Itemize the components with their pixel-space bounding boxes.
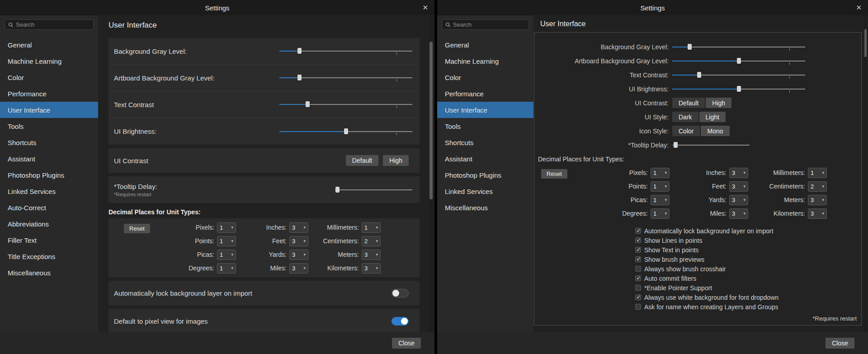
unit-dropdown[interactable]: 3 ▾ xyxy=(362,263,381,274)
unit-dropdown[interactable]: 3 ▾ xyxy=(289,263,308,274)
unit-dropdown[interactable]: 1 ▾ xyxy=(651,208,670,219)
titlebar[interactable]: Settings ✕ xyxy=(0,0,434,15)
slider-thumb[interactable] xyxy=(297,48,302,54)
light-button[interactable]: Light xyxy=(699,112,726,122)
checkbox[interactable] xyxy=(635,304,641,310)
unit-dropdown[interactable]: 3 ▾ xyxy=(729,168,748,178)
sidebar-item[interactable]: Performance xyxy=(0,85,98,102)
sidebar-item[interactable]: Filler Text xyxy=(0,232,98,248)
reset-button[interactable]: Reset xyxy=(541,169,567,179)
unit-dropdown[interactable]: 1 ▾ xyxy=(362,222,381,233)
slider-thumb[interactable] xyxy=(306,101,310,107)
slider[interactable] xyxy=(279,73,412,82)
checkbox[interactable] xyxy=(635,266,641,272)
sidebar-item[interactable]: Title Exceptions xyxy=(0,248,98,264)
scrollbar-thumb[interactable] xyxy=(429,42,433,199)
slider[interactable] xyxy=(279,127,412,136)
sidebar-item[interactable]: Tools xyxy=(437,118,533,134)
sidebar-item[interactable]: Abbreviations xyxy=(0,216,98,232)
slider-thumb[interactable] xyxy=(335,187,340,193)
slider-thumb[interactable] xyxy=(674,142,678,148)
slider-thumb[interactable] xyxy=(737,86,741,92)
checkbox[interactable] xyxy=(635,285,641,291)
unit-dropdown[interactable]: 1 ▾ xyxy=(651,181,670,192)
unit-dropdown[interactable]: 1 ▾ xyxy=(217,236,236,246)
close-button[interactable]: Close xyxy=(826,338,854,349)
toggle-switch[interactable] xyxy=(392,289,409,297)
mono-button[interactable]: Mono xyxy=(701,126,729,136)
slider-thumb[interactable] xyxy=(344,128,348,134)
unit-dropdown[interactable]: 3 ▾ xyxy=(289,236,308,246)
slider[interactable] xyxy=(672,57,805,66)
sidebar-item[interactable]: Color xyxy=(437,69,533,85)
slider[interactable] xyxy=(672,71,805,80)
unit-dropdown[interactable]: 1 ▾ xyxy=(808,168,827,178)
reset-button[interactable]: Reset xyxy=(124,224,150,233)
sidebar-item[interactable]: General xyxy=(437,37,533,53)
scrollbar[interactable] xyxy=(429,15,433,354)
slider[interactable] xyxy=(279,47,412,56)
sidebar-item[interactable]: Linked Services xyxy=(437,183,533,199)
checkbox[interactable] xyxy=(635,237,641,243)
unit-dropdown[interactable]: 1 ▾ xyxy=(217,222,236,233)
toggle-switch[interactable] xyxy=(392,317,409,326)
unit-dropdown[interactable]: 1 ▾ xyxy=(651,168,670,178)
unit-dropdown[interactable]: 2 ▾ xyxy=(808,181,827,192)
search-field[interactable] xyxy=(16,21,90,28)
checkbox[interactable] xyxy=(635,256,641,262)
unit-dropdown[interactable]: 3 ▾ xyxy=(729,208,748,219)
unit-dropdown[interactable]: 3 ▾ xyxy=(808,208,827,219)
checkbox[interactable] xyxy=(635,247,641,253)
sidebar-item[interactable]: Auto-Correct xyxy=(0,199,98,216)
unit-dropdown[interactable]: 3 ▾ xyxy=(808,195,827,205)
sidebar-item[interactable]: Shortcuts xyxy=(0,134,98,151)
slider-thumb[interactable] xyxy=(737,58,741,64)
slider[interactable] xyxy=(672,85,805,94)
sidebar-item[interactable]: Miscellaneous xyxy=(437,199,533,216)
tooltip-delay-slider[interactable] xyxy=(335,185,412,194)
close-button[interactable]: Close xyxy=(392,338,421,349)
slider-thumb[interactable] xyxy=(688,44,692,50)
default-button[interactable]: Default xyxy=(672,98,705,108)
slider-thumb[interactable] xyxy=(697,72,701,78)
color-button[interactable]: Color xyxy=(672,126,700,136)
sidebar-item[interactable]: Tools xyxy=(0,118,98,134)
sidebar-item[interactable]: Linked Services xyxy=(0,183,98,199)
slider[interactable] xyxy=(672,42,805,52)
checkbox[interactable] xyxy=(635,228,641,234)
sidebar-item[interactable]: Assistant xyxy=(437,151,533,167)
search-field[interactable] xyxy=(453,21,525,28)
unit-dropdown[interactable]: 3 ▾ xyxy=(289,222,308,233)
scrollbar-thumb[interactable] xyxy=(864,29,867,57)
checkbox[interactable] xyxy=(635,275,641,281)
close-icon[interactable]: ✕ xyxy=(422,4,428,12)
unit-dropdown[interactable]: 3 ▾ xyxy=(729,195,748,205)
unit-dropdown[interactable]: 1 ▾ xyxy=(217,263,236,274)
close-icon[interactable]: ✕ xyxy=(856,4,862,12)
sidebar-item[interactable]: Performance xyxy=(437,85,533,102)
checkbox[interactable] xyxy=(635,294,641,300)
titlebar[interactable]: Settings ✕ xyxy=(437,0,868,15)
slider-thumb[interactable] xyxy=(297,75,302,80)
sidebar-item[interactable]: Photoshop Plugins xyxy=(0,167,98,183)
sidebar-item[interactable]: Photoshop Plugins xyxy=(437,167,533,183)
dark-button[interactable]: Dark xyxy=(672,112,698,122)
unit-dropdown[interactable]: 2 ▾ xyxy=(362,236,381,246)
unit-dropdown[interactable]: 1 ▾ xyxy=(651,195,670,205)
tooltip-delay-slider[interactable] xyxy=(672,141,750,150)
unit-dropdown[interactable]: 3 ▾ xyxy=(362,250,381,260)
sidebar-item[interactable]: Miscellaneous xyxy=(0,264,98,281)
sidebar-item[interactable]: General xyxy=(0,37,98,53)
unit-dropdown[interactable]: 1 ▾ xyxy=(217,250,236,260)
sidebar-item[interactable]: User Interface xyxy=(0,102,98,118)
sidebar-item[interactable]: Machine Learning xyxy=(437,53,533,69)
sidebar-item[interactable]: Machine Learning xyxy=(0,53,98,69)
slider[interactable] xyxy=(279,100,412,109)
unit-dropdown[interactable]: 3 ▾ xyxy=(289,250,308,260)
sidebar-item[interactable]: Color xyxy=(0,69,98,85)
sidebar-item[interactable]: User Interface xyxy=(437,102,533,118)
high-button[interactable]: High xyxy=(383,155,409,166)
default-button[interactable]: Default xyxy=(346,155,378,166)
sidebar-item[interactable]: Shortcuts xyxy=(437,134,533,151)
search-input[interactable] xyxy=(5,19,94,30)
